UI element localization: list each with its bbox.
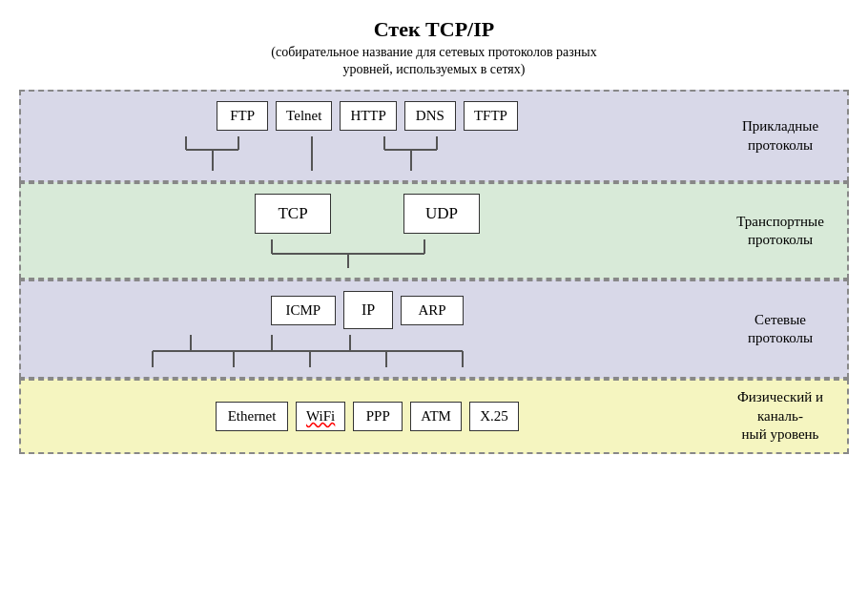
layer-application-label: Прикладныепротоколы [713,92,847,180]
proto-ethernet: Ethernet [216,402,288,431]
proto-atm: ATM [410,402,462,431]
subtitle: (собирательное название для сетевых прот… [271,44,596,78]
layer-physical-label: Физический и каналь-ный уровень [713,381,847,452]
proto-wifi: WiFi [296,402,345,431]
layer-network-label: Сетевыепротоколы [713,281,847,377]
main-title: Стек TCP/IP [374,17,494,42]
layer-physical: Ethernet WiFi PPP ATM X.25 Физический и … [19,379,849,454]
proto-ip: IP [343,291,393,329]
proto-arp: ARP [401,296,464,325]
diagram: FTP Telnet HTTP DNS TFTP [19,90,849,454]
proto-tcp: TCP [255,194,331,234]
proto-tftp: TFTP [464,101,518,131]
proto-icmp: ICMP [271,296,336,325]
proto-ftp: FTP [217,101,268,131]
proto-telnet: Telnet [276,101,332,131]
layer-application: FTP Telnet HTTP DNS TFTP [19,90,849,182]
proto-udp: UDP [403,194,480,234]
layer-network: ICMP IP ARP Сетевыепротоколы [19,280,849,379]
layer-transport-label: Транспортныепротоколы [713,184,847,278]
proto-dns: DNS [404,101,456,131]
proto-http: HTTP [340,101,397,131]
proto-ppp: PPP [353,402,403,431]
proto-x25: X.25 [469,402,519,431]
layer-transport: TCP UDP Транспортныепротоколы [19,182,849,280]
